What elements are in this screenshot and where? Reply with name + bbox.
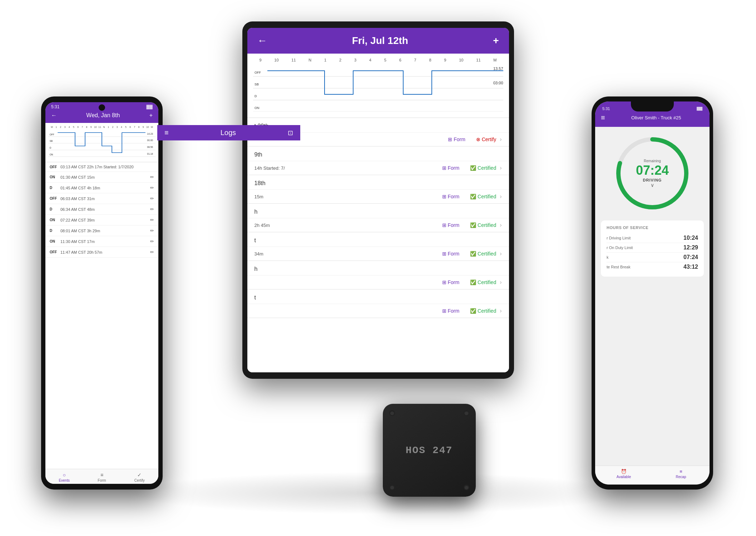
event-row-1: ON 01:30 AM CST 15m ✏: [45, 172, 158, 183]
hos-label-0: r Driving Limit: [607, 236, 631, 240]
certify-button-1[interactable]: ⊗ Certify: [476, 137, 496, 142]
event-row-7: ON 11:30 AM CST 17m ✏: [45, 236, 158, 247]
tablet-add-button[interactable]: +: [493, 35, 499, 46]
hos-label-1: r On Duty Limit: [607, 245, 633, 250]
left-phone-back[interactable]: ←: [51, 112, 57, 119]
tablet-back-button[interactable]: ←: [257, 35, 267, 46]
certify-icon: ✓: [137, 472, 142, 478]
certified-badge-7: ✅ Certified: [470, 308, 496, 314]
svg-text:SB: SB: [255, 83, 259, 86]
left-phone-add[interactable]: +: [149, 112, 153, 119]
tablet-log-row-5: 34m ⊞ Form ✅ Certified ›: [247, 247, 509, 260]
event-detail-8: 11:47 AM CST 20h 57m: [60, 250, 150, 254]
certified-badge-5: ✅ Certified: [470, 251, 496, 257]
form-button-1[interactable]: ⊞ Form: [448, 137, 465, 142]
tablet-log-actions-1: ⊞ Form ⊗ Certify: [448, 137, 496, 142]
event-edit-6[interactable]: ✏: [150, 228, 154, 233]
event-edit-7[interactable]: ✏: [150, 239, 154, 244]
tablet-log-row-3: 15m ⊞ Form ✅ Certified ›: [247, 189, 509, 203]
tablet-log-row-4: 2h 45m ⊞ Form ✅ Certified ›: [247, 218, 509, 232]
tablet-log-info-3: 15m: [255, 194, 442, 199]
form-button-5[interactable]: ⊞ Form: [442, 251, 460, 257]
event-badge-6: D: [50, 229, 60, 233]
device-screw-tl: [389, 410, 395, 416]
chevron-7: ›: [500, 308, 501, 314]
hamburger-icon[interactable]: ≡: [164, 129, 169, 137]
event-edit-2[interactable]: ✏: [150, 185, 154, 190]
event-edit-1[interactable]: ✏: [150, 174, 154, 180]
chevron-6: ›: [500, 279, 501, 286]
tablet-graph: 91011N 1234 5678 91011M OFF SB: [247, 54, 509, 118]
hos-row-0: r Driving Limit 10:24: [607, 233, 698, 243]
right-phone-screen: 5:31 ▓▓ ≡ Oliver Smith - Truck #25: [595, 101, 710, 485]
tablet-log-section-6: h ⊞ Form ✅ Certified ›: [247, 261, 509, 289]
tab-form[interactable]: ≡ Form: [83, 472, 120, 482]
event-badge-3: OFF: [50, 197, 60, 200]
event-detail-3: 06:03 AM CST 31m: [60, 197, 150, 201]
driving-gauge: Remaining 07:24 DRIVING ∨: [613, 134, 692, 213]
right-phone-header: ≡ Oliver Smith - Truck #25: [595, 111, 710, 127]
event-edit-8[interactable]: ✏: [150, 249, 154, 255]
event-detail-0: 03:13 AM CST 22h 17m Started: 1/7/2020: [60, 165, 154, 169]
event-badge-4: D: [50, 207, 60, 211]
tab-available[interactable]: ⏰ Available: [595, 469, 652, 479]
event-badge-5: ON: [50, 218, 60, 222]
hos-row-3: te Rest Break 43:12: [607, 262, 698, 272]
event-edit-3[interactable]: ✏: [150, 196, 154, 201]
left-phone-header: ← Wed, Jan 8th +: [45, 109, 158, 123]
right-phone-menu[interactable]: ≡: [601, 114, 605, 122]
right-phone-title: Oliver Smith - Truck #25: [609, 115, 704, 120]
tab-certify[interactable]: ✓ Certify: [121, 472, 158, 482]
form-button-3[interactable]: ⊞ Form: [442, 194, 460, 199]
events-icon: ○: [63, 472, 65, 478]
hos-section: HOURS OF SERVICE r Driving Limit 10:24 r…: [601, 220, 704, 277]
tablet-log-row-7: ⊞ Form ✅ Certified ›: [247, 304, 509, 318]
tab-recap[interactable]: ≡ Recap: [652, 469, 710, 479]
left-phone-graph: M123 4567 891011 N123 4567 8910M: [45, 123, 158, 162]
hos-value-3: 43:12: [683, 264, 698, 270]
tablet-logs-list: t 20th ⊞ Form ⊗ Certify › 9th 14h Starte…: [247, 118, 509, 372]
hos-value-2: 07:24: [683, 254, 698, 260]
event-badge-2: D: [50, 186, 60, 190]
svg-text:01.18: 01.18: [147, 153, 153, 155]
tab-events[interactable]: ○ Events: [45, 472, 83, 482]
tablet-section-date-6: h: [247, 261, 509, 275]
tablet-log-section-7: t ⊞ Form ✅ Certified ›: [247, 289, 509, 318]
left-phone-battery: ▓▓: [147, 104, 153, 109]
tablet-log-info-2: 14h Started: 7/: [255, 165, 442, 171]
certified-badge-2: ✅ Certified: [470, 165, 496, 171]
tablet-graph-svg: OFF SB D ON: [253, 65, 503, 111]
event-badge-0: OFF: [50, 165, 60, 169]
form-icon: ≡: [100, 472, 103, 478]
svg-text:08.56: 08.56: [147, 146, 153, 148]
tablet-screen: ← Fri, Jul 12th + 91011N 1234 5678 91011…: [247, 28, 509, 372]
gauge-time: 07:24: [636, 163, 669, 178]
left-phone-screen: 5:31 ▓▓ ← Wed, Jan 8th + M123 4567 89101…: [45, 102, 158, 484]
event-badge-1: ON: [50, 175, 60, 179]
chevron-3: ›: [500, 193, 501, 200]
left-phone-device: 5:31 ▓▓ ← Wed, Jan 8th + M123 4567 89101…: [41, 96, 163, 490]
chevron-1: ›: [500, 136, 501, 143]
form-button-2[interactable]: ⊞ Form: [442, 165, 460, 171]
tablet-section-date-5: t: [247, 232, 509, 247]
event-edit-5[interactable]: ✏: [150, 217, 154, 223]
form-button-4[interactable]: ⊞ Form: [442, 222, 460, 228]
form-button-6[interactable]: ⊞ Form: [442, 279, 460, 285]
svg-text:ON: ON: [50, 153, 53, 156]
svg-text:OFF: OFF: [50, 133, 54, 136]
event-row-0: OFF 03:13 AM CST 22h 17m Started: 1/7/20…: [45, 162, 158, 172]
tablet-section-date-7: t: [247, 289, 509, 304]
tab-available-label: Available: [617, 475, 631, 479]
hos-row-1: r On Duty Limit 12:29: [607, 243, 698, 253]
tablet-log-section-2: 9th 14h Started: 7/ ⊞ Form ✅ Certified ›: [247, 147, 509, 175]
gauge-remaining-label: Remaining: [636, 159, 669, 163]
logs-copy-icon[interactable]: ⊡: [288, 129, 293, 137]
right-phone-device: 5:31 ▓▓ ≡ Oliver Smith - Truck #25: [592, 96, 713, 490]
event-row-3: OFF 06:03 AM CST 31m ✏: [45, 193, 158, 204]
right-phone-time: 5:31: [602, 106, 610, 111]
event-edit-4[interactable]: ✏: [150, 207, 154, 212]
event-detail-5: 07:22 AM CST 39m: [60, 218, 150, 222]
form-button-7[interactable]: ⊞ Form: [442, 308, 460, 314]
event-row-8: OFF 11:47 AM CST 20h 57m ✏: [45, 247, 158, 258]
gauge-expand[interactable]: ∨: [636, 182, 669, 188]
